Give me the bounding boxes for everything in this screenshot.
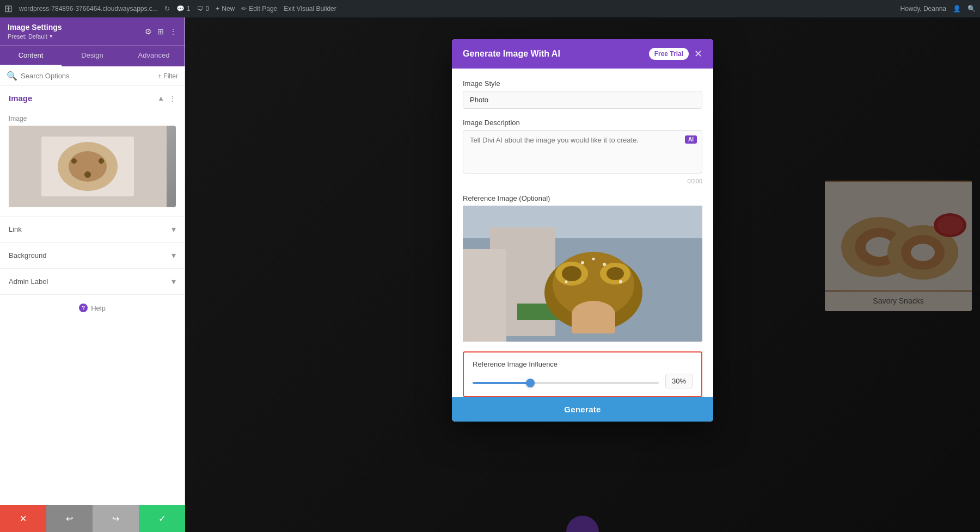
free-trial-badge[interactable]: Free Trial: [649, 48, 689, 60]
new-button[interactable]: + New: [216, 5, 235, 13]
left-panel: Image Settings Preset: Default ▾ ⚙ ⊞ ⋮ C…: [0, 17, 185, 532]
influence-label: Reference Image Influence: [473, 360, 693, 368]
admin-label-section-title: Admin Label: [9, 277, 48, 286]
admin-bar: ⊞ wordpress-784896-3766464.cloudwaysapps…: [0, 0, 980, 17]
svg-point-28: [603, 263, 606, 266]
panel-title: Image Settings: [8, 23, 62, 32]
comments-count[interactable]: 💬 1: [176, 5, 191, 13]
image-style-select[interactable]: Photo: [463, 91, 702, 109]
filter-button[interactable]: + Filter: [158, 72, 178, 80]
expand-icon[interactable]: ▾: [171, 224, 176, 234]
chevron-down-icon: ▾: [50, 33, 53, 40]
image-description-group: Image Description AI 0/200: [463, 119, 702, 184]
admin-label-section-header[interactable]: Admin Label ▾: [0, 269, 185, 294]
more-options-icon[interactable]: ⋮: [169, 94, 176, 102]
modal-form: Image Style Photo Image Description AI 0…: [452, 69, 713, 397]
svg-point-29: [592, 258, 595, 261]
undo-icon: ↩: [66, 514, 73, 524]
cancel-icon: ✕: [20, 514, 27, 524]
background-section: Background ▾: [0, 243, 185, 269]
tab-content[interactable]: Content: [0, 46, 62, 66]
reference-image-group: Reference Image (Optional): [463, 194, 702, 342]
expand-icon[interactable]: ▾: [171, 276, 176, 287]
redo-button[interactable]: ↪: [93, 505, 139, 532]
collapse-icon[interactable]: ▲: [157, 94, 164, 102]
redo-icon: ↪: [112, 514, 119, 524]
char-count: 0/200: [463, 178, 702, 184]
reference-image-container[interactable]: [463, 206, 702, 342]
svg-point-24: [562, 266, 581, 281]
ai-badge[interactable]: AI: [685, 135, 697, 144]
svg-point-26: [607, 267, 624, 280]
exit-builder-button[interactable]: Exit Visual Builder: [284, 5, 336, 13]
modal-footer: Generate: [452, 397, 713, 422]
main-content: DIVIRY Savory Snacks: [185, 17, 980, 532]
user-avatar[interactable]: 👤: [953, 5, 961, 13]
svg-point-5: [99, 158, 104, 164]
admin-label-section: Admin Label ▾: [0, 269, 185, 295]
textarea-wrapper: AI: [463, 130, 702, 176]
background-section-title: Background: [9, 251, 46, 259]
site-url[interactable]: wordpress-784896-3766464.cloudwaysapps.c…: [19, 5, 158, 13]
panel-header: Image Settings Preset: Default ▾ ⚙ ⊞ ⋮: [0, 17, 185, 45]
svg-point-31: [619, 280, 622, 283]
image-description-label: Image Description: [463, 119, 702, 127]
panel-preset[interactable]: Preset: Default ▾: [8, 33, 62, 40]
chat-count[interactable]: 🗨 0: [197, 5, 210, 13]
slider-wrapper: [473, 376, 659, 386]
slider-row: 30%: [473, 374, 693, 388]
search-icon: 🔍: [7, 71, 17, 81]
settings-icon[interactable]: ⚙: [145, 27, 152, 36]
user-greeting: Howdy, Deanna: [901, 5, 947, 13]
svg-point-27: [581, 261, 584, 264]
search-icon[interactable]: 🔍: [967, 5, 976, 13]
image-preview-container: Image: [0, 110, 185, 216]
edit-page-button[interactable]: ✏ Edit Page: [241, 5, 277, 13]
link-section-header[interactable]: Link ▾: [0, 216, 185, 242]
svg-rect-19: [463, 249, 506, 342]
expand-icon[interactable]: ▾: [171, 250, 176, 261]
influence-value-input[interactable]: 30%: [665, 374, 693, 388]
bottom-toolbar: ✕ ↩ ↪ ✓: [0, 505, 185, 532]
help-button[interactable]: ? Help: [79, 304, 106, 312]
modal-close-button[interactable]: ✕: [694, 49, 702, 59]
link-section-title: Link: [9, 225, 22, 233]
background-section-header[interactable]: Background ▾: [0, 243, 185, 268]
grid-icon[interactable]: ⊞: [157, 27, 164, 36]
image-label: Image: [9, 115, 176, 122]
generate-button[interactable]: Generate: [452, 397, 713, 422]
image-preview-svg: [9, 126, 167, 207]
save-icon: ✓: [158, 514, 166, 524]
modal-header-right: Free Trial ✕: [649, 48, 702, 60]
reference-image-svg: [463, 206, 702, 342]
refresh-icon[interactable]: ↻: [164, 5, 170, 13]
image-section-header[interactable]: Image ▲ ⋮: [0, 86, 185, 110]
modal-header: Generate Image With AI Free Trial ✕: [452, 39, 713, 69]
save-button[interactable]: ✓: [139, 505, 185, 532]
modal-overlay: Generate Image With AI Free Trial ✕ Imag…: [185, 17, 980, 532]
wp-logo-icon[interactable]: ⊞: [4, 3, 13, 15]
image-preview[interactable]: [9, 126, 176, 207]
modal-title: Generate Image With AI: [463, 49, 560, 59]
panel-tabs: Content Design Advanced: [0, 45, 185, 66]
more-icon[interactable]: ⋮: [169, 27, 177, 36]
svg-point-4: [71, 158, 77, 164]
description-textarea[interactable]: [463, 130, 702, 174]
reference-image-label: Reference Image (Optional): [463, 194, 702, 202]
image-section: Image ▲ ⋮ Image: [0, 86, 185, 216]
panel-search: 🔍 + Filter: [0, 66, 185, 86]
svg-point-6: [84, 171, 91, 178]
cancel-button[interactable]: ✕: [0, 505, 46, 532]
image-section-title: Image: [9, 94, 32, 103]
image-style-group: Image Style Photo: [463, 79, 702, 109]
tab-design[interactable]: Design: [62, 46, 123, 66]
search-input[interactable]: [21, 72, 155, 80]
svg-point-30: [565, 281, 568, 283]
help-section: ? Help: [0, 295, 185, 321]
help-icon: ?: [79, 304, 88, 312]
undo-button[interactable]: ↩: [46, 505, 93, 532]
influence-slider[interactable]: [473, 382, 659, 384]
tab-advanced[interactable]: Advanced: [123, 46, 185, 66]
svg-rect-33: [572, 312, 615, 333]
generate-image-modal: Generate Image With AI Free Trial ✕ Imag…: [452, 39, 713, 422]
